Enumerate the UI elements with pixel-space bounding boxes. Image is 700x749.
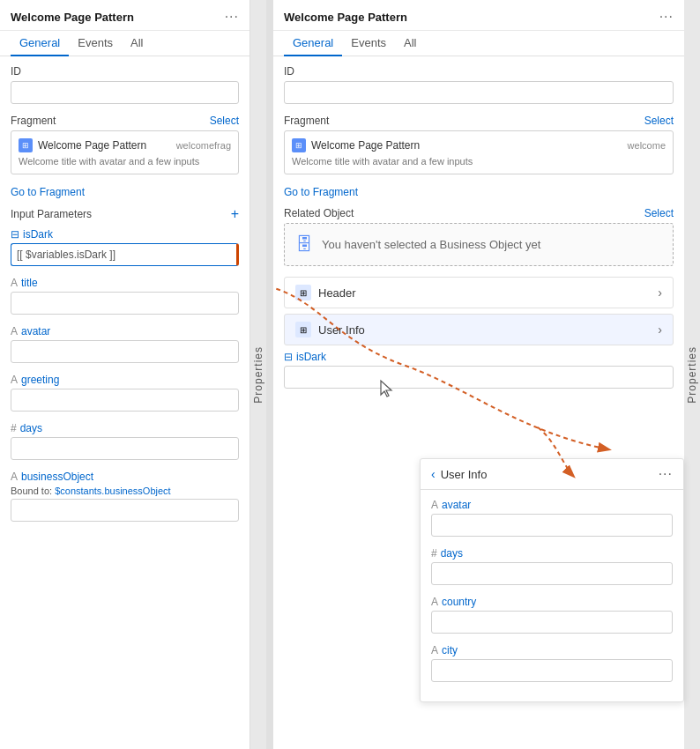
param-title-input[interactable]: [[ $variables.title ]] xyxy=(11,292,239,315)
param-isDark-label: ⊟ isDark xyxy=(11,228,239,241)
tab-all-left[interactable]: All xyxy=(122,31,152,56)
tab-events-right[interactable]: Events xyxy=(342,31,395,56)
related-object-label: Related Object Select xyxy=(284,207,674,219)
param-avatar-label: A avatar xyxy=(11,325,239,337)
param-title: A title [[ $variables.title ]] xyxy=(11,277,239,315)
add-param-button[interactable]: + xyxy=(231,207,239,221)
tab-all-right[interactable]: All xyxy=(395,31,425,56)
ui-country-input[interactable]: Canada xyxy=(431,611,673,634)
param-businessObject-label: A businessObject xyxy=(11,471,239,483)
related-object-select[interactable]: Select xyxy=(644,207,674,219)
fragment-tag-left: welcomefrag xyxy=(176,140,231,151)
ui-city-input[interactable] xyxy=(431,659,673,682)
param-isDark-input[interactable] xyxy=(11,243,239,266)
header-section-title: Header xyxy=(318,286,356,300)
properties-sidebar-left: Properties xyxy=(250,0,266,749)
param-businessObject: A businessObject Bound to: $constants.bu… xyxy=(11,471,239,522)
param-avatar-input[interactable] xyxy=(11,340,239,363)
id-field-group-left: ID xyxy=(11,65,239,104)
param-days-label: # days xyxy=(11,422,239,434)
param-days-input[interactable]: [[ $variables.days ]] xyxy=(11,437,239,460)
left-panel-container: Welcome Page Pattern ··· General Events … xyxy=(0,0,266,749)
right-panel-container: Welcome Page Pattern ··· General Events … xyxy=(273,0,700,749)
ui-days-input[interactable]: [[ $variables.days ]] xyxy=(431,562,673,585)
go-to-fragment-left[interactable]: Go to Fragment xyxy=(11,186,85,198)
user-info-section-left: ⊞ User Info xyxy=(295,322,365,337)
left-panel-body: ID Fragment Select ⊞ Welcome Page Patter… xyxy=(0,56,249,749)
tab-general-left[interactable]: General xyxy=(11,31,69,56)
header-section-left: ⊞ Header xyxy=(295,285,356,300)
ui-city-field: A city xyxy=(431,644,673,682)
id-field-group-right: ID xyxy=(284,65,674,104)
param-businessObject-bound: Bound to: $constants.businessObject xyxy=(11,486,239,496)
fragment-select-left[interactable]: Select xyxy=(210,115,239,127)
ui-city-label: A city xyxy=(431,644,673,656)
left-panel-menu-button[interactable]: ··· xyxy=(225,9,239,25)
tab-events-left[interactable]: Events xyxy=(69,31,122,56)
user-info-panel-header: ‹ User Info ··· xyxy=(421,459,683,490)
right-panel-tabs: General Events All xyxy=(273,31,684,56)
id-input-left[interactable] xyxy=(11,81,239,104)
ui-country-label: A country xyxy=(431,596,673,608)
fragment-label-right: Fragment Select xyxy=(284,115,674,127)
right-panel-title: Welcome Page Pattern xyxy=(284,11,407,24)
separator xyxy=(266,0,273,749)
left-panel-tabs: General Events All xyxy=(0,31,249,56)
fragment-box-right: ⊞ Welcome Page Pattern welcome Welcome t… xyxy=(284,130,674,174)
ui-country-field: A country Canada xyxy=(431,596,673,634)
header-section-icon: ⊞ xyxy=(295,285,311,300)
ui-avatar-input[interactable] xyxy=(431,514,673,537)
user-info-panel: ‹ User Info ··· A avatar # days [[ $vari… xyxy=(420,458,684,702)
user-info-title-text: User Info xyxy=(441,468,488,481)
tab-general-right[interactable]: General xyxy=(284,31,342,56)
param-greeting-label: A greeting xyxy=(11,374,239,386)
ui-avatar-label: A avatar xyxy=(431,499,673,511)
param-isDark: ⊟ isDark xyxy=(11,228,239,266)
user-info-panel-title: ‹ User Info xyxy=(431,467,487,481)
param-greeting: A greeting [[ $variables.greeting ]] xyxy=(11,374,239,412)
bound-link[interactable]: $constants.businessObject xyxy=(55,486,170,496)
fragment-icon-right: ⊞ xyxy=(292,138,306,152)
isDark-label-right: ⊟ isDark xyxy=(284,351,674,363)
fragment-select-right[interactable]: Select xyxy=(644,115,674,127)
id-label-right: ID xyxy=(284,65,674,78)
id-input-right[interactable] xyxy=(284,81,674,104)
left-panel: Welcome Page Pattern ··· General Events … xyxy=(0,0,250,749)
fragment-box-left: ⊞ Welcome Page Pattern welcomefrag Welco… xyxy=(11,130,239,174)
user-info-section-icon: ⊞ xyxy=(295,322,311,337)
fragment-desc-left: Welcome title with avatar and a few inpu… xyxy=(19,156,231,167)
right-panel-header: Welcome Page Pattern ··· xyxy=(273,0,684,31)
header-chevron-icon: › xyxy=(658,286,662,300)
properties-sidebar-right: Properties xyxy=(684,0,700,749)
user-info-chevron-icon: › xyxy=(658,323,662,337)
fragment-row-right: ⊞ Welcome Page Pattern welcome xyxy=(292,138,666,152)
related-object-group: Related Object Select 🗄 You haven't sele… xyxy=(284,207,674,266)
input-params-title-left: Input Parameters xyxy=(11,208,92,220)
go-to-fragment-right[interactable]: Go to Fragment xyxy=(284,186,358,198)
fragment-name-left: Welcome Page Pattern xyxy=(38,139,146,152)
properties-label-right: Properties xyxy=(686,346,698,404)
back-button[interactable]: ‹ xyxy=(431,467,436,481)
header-section-row[interactable]: ⊞ Header › xyxy=(284,277,674,308)
not-selected-text: You haven't selected a Business Object y… xyxy=(322,238,540,251)
right-panel-menu-button[interactable]: ··· xyxy=(659,9,674,25)
fragment-icon-left: ⊞ xyxy=(19,138,33,152)
ui-days-label: # days xyxy=(431,547,673,560)
param-greeting-input[interactable]: [[ $variables.greeting ]] xyxy=(11,389,239,412)
param-days: # days [[ $variables.days ]] xyxy=(11,422,239,460)
input-params-header-left: Input Parameters + xyxy=(11,207,239,221)
database-icon: 🗄 xyxy=(295,234,313,255)
id-label-left: ID xyxy=(11,65,239,78)
user-info-section-title: User Info xyxy=(318,323,365,337)
param-avatar: A avatar xyxy=(11,325,239,363)
user-info-menu-button[interactable]: ··· xyxy=(659,466,673,482)
fragment-field-group-left: Fragment Select ⊞ Welcome Page Pattern w… xyxy=(11,115,239,174)
fragment-desc-right: Welcome title with avatar and a few inpu… xyxy=(292,156,666,167)
user-info-section-row[interactable]: ⊞ User Info › xyxy=(284,314,674,345)
fragment-row-left: ⊞ Welcome Page Pattern welcomefrag xyxy=(19,138,231,152)
fragment-label-left: Fragment Select xyxy=(11,115,239,127)
isDark-input-right[interactable]: [[ $variables.i... xyxy=(284,366,674,389)
user-info-panel-body: A avatar # days [[ $variables.days ]] A … xyxy=(421,490,683,701)
fragment-name-right: Welcome Page Pattern xyxy=(311,139,420,152)
param-businessObject-input[interactable] xyxy=(11,499,239,522)
